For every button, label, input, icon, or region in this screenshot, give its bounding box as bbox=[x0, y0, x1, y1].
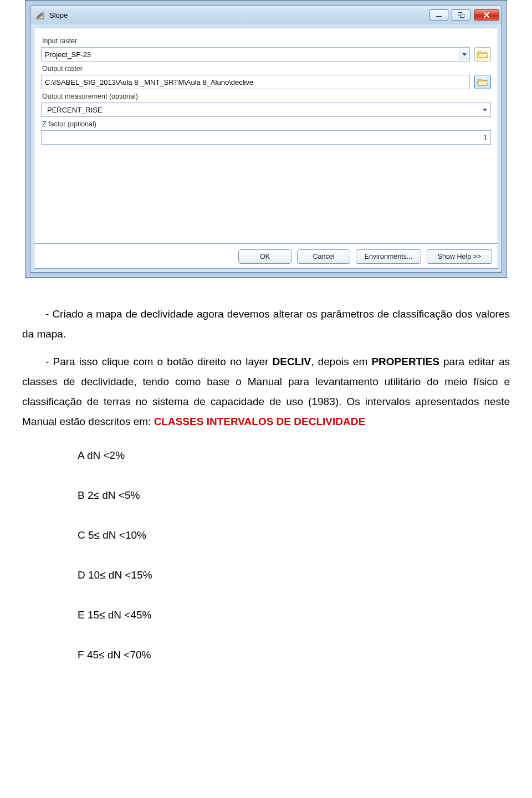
interval-a: A dN <2% bbox=[78, 446, 510, 466]
input-raster-combo[interactable]: Project_SF-23 bbox=[41, 47, 470, 62]
browse-input-button[interactable] bbox=[474, 47, 491, 62]
panel-area: Input raster Project_SF-23 bbox=[30, 24, 502, 272]
show-help-button[interactable]: Show Help >> bbox=[427, 249, 492, 264]
interval-b: B 2≤ dN <5% bbox=[78, 485, 510, 505]
interval-f: F 45≤ dN <70% bbox=[78, 645, 510, 665]
dialog-button-row: OK Cancel Environments... Show Help >> bbox=[34, 244, 498, 269]
output-raster-input[interactable]: C:\ISABEL_SIG_2013\Aula 8 _MNT_SRTM\Aula… bbox=[41, 75, 470, 89]
z-factor-input[interactable]: 1 bbox=[41, 130, 491, 145]
output-raster-label: Output raster bbox=[42, 65, 491, 73]
p2-seg-c: , depois em bbox=[311, 356, 371, 367]
dialog-outer-border: Slope Input raster Project_SF-23 bbox=[25, 0, 507, 278]
paragraph-2: - Para isso clique com o botão direito n… bbox=[22, 352, 510, 432]
dialog-title: Slope bbox=[48, 11, 426, 19]
interval-d: D 10≤ dN <15% bbox=[78, 565, 510, 585]
paragraph-1: - Criado a mapa de declividade agora dev… bbox=[22, 304, 510, 344]
decliv-keyword: DECLIV bbox=[273, 356, 311, 367]
browse-output-button[interactable] bbox=[474, 75, 491, 89]
z-factor-label: Z factor (optional) bbox=[42, 120, 491, 128]
maximize-button[interactable] bbox=[452, 9, 470, 21]
svg-marker-0 bbox=[36, 12, 44, 19]
parameters-panel: Input raster Project_SF-23 bbox=[34, 28, 498, 244]
classes-intervalos-keyword: CLASSES INTERVALOS DE DECLIVIDADE bbox=[154, 416, 365, 427]
output-measurement-value: PERCENT_RISE bbox=[45, 106, 103, 114]
chevron-down-icon[interactable] bbox=[480, 104, 490, 116]
input-raster-label: Input raster bbox=[42, 37, 491, 45]
output-measurement-label: Output measurement (optional) bbox=[42, 93, 491, 100]
cancel-button[interactable]: Cancel bbox=[297, 249, 350, 264]
body-text: - Criado a mapa de declividade agora dev… bbox=[22, 304, 510, 665]
titlebar: Slope bbox=[30, 6, 502, 24]
output-measurement-combo[interactable]: PERCENT_RISE bbox=[41, 103, 491, 117]
interval-c: C 5≤ dN <10% bbox=[78, 525, 510, 545]
dialog-chrome: Slope Input raster Project_SF-23 bbox=[30, 5, 502, 273]
close-button[interactable] bbox=[474, 9, 499, 21]
p2-seg-a: - Para isso clique com o botão direito n… bbox=[45, 356, 273, 367]
output-raster-value: C:\ISABEL_SIG_2013\Aula 8 _MNT_SRTM\Aula… bbox=[45, 78, 253, 86]
environments-button[interactable]: Environments... bbox=[356, 249, 421, 264]
intervals-list: A dN <2% B 2≤ dN <5% C 5≤ dN <10% D 10≤ … bbox=[22, 446, 510, 666]
slope-tool-icon bbox=[35, 10, 45, 20]
interval-e: E 15≤ dN <45% bbox=[78, 605, 510, 625]
minimize-button[interactable] bbox=[429, 9, 448, 21]
z-factor-value: 1 bbox=[483, 134, 487, 142]
chevron-down-icon[interactable] bbox=[459, 48, 469, 60]
ok-button[interactable]: OK bbox=[238, 249, 291, 264]
input-raster-value: Project_SF-23 bbox=[45, 50, 91, 59]
properties-keyword: PROPERTIES bbox=[371, 356, 439, 367]
